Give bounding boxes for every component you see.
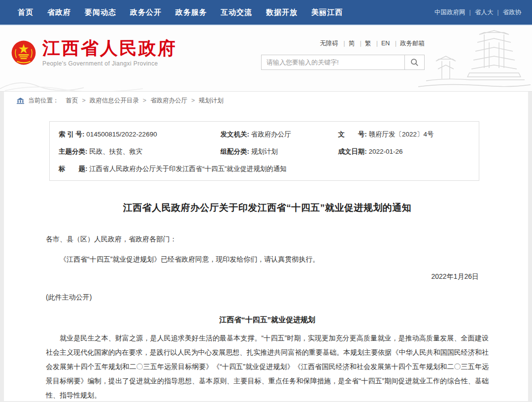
pavilion-watermark: [416, 26, 532, 91]
breadcrumb: 当前位置： 首页 政府信息公开目录 省政府办公厅 规划计划: [4, 92, 528, 110]
article-public-note: (此件主动公开): [46, 290, 489, 304]
breadcrumb-info-directory[interactable]: 政府信息公开目录: [78, 97, 139, 105]
doc-group-value: 规划计划: [251, 148, 278, 155]
search-box: [261, 55, 425, 70]
article: 江西省人民政府办公厅关于印发江西省“十四五”就业促进规划的通知 各市、县（区）人…: [4, 201, 528, 401]
link-simplified[interactable]: 简: [340, 40, 355, 47]
top-navigation: 首页 省政府 要闻动态 政务公开 政务服务 互动交流 数据开放 美丽江西 中国政…: [0, 0, 532, 26]
doc-title-value: 江西省人民政府办公厅关于印发江西省“十四五”就业促进规划的通知: [89, 165, 287, 172]
doc-index-number: 索 引 号: 014500815/2022-22690: [59, 130, 220, 139]
nav-item-home[interactable]: 首页: [18, 8, 33, 17]
home-building-icon: [17, 98, 24, 104]
doc-topic-category: 主题分类: 民政、扶贫、救灾: [59, 147, 220, 156]
breadcrumb-home[interactable]: 首页: [66, 97, 78, 105]
nav-link[interactable]: 省政府: [47, 8, 71, 16]
site-header: 江西省人民政府 People's Government of Jiangxi P…: [0, 26, 532, 92]
link-accessibility[interactable]: 无障碍: [320, 40, 338, 47]
breadcrumb-label: 当前位置：: [28, 97, 59, 105]
utility-links: 无障碍 简 繁 EN 政务邮箱: [261, 39, 425, 48]
nav-item-gov-affairs-open[interactable]: 政务公开: [130, 8, 162, 17]
doc-number-label: 文 号:: [338, 131, 367, 138]
hills-watermark: [0, 69, 148, 91]
doc-index-label: 索 引 号:: [59, 131, 85, 138]
article-paragraph-1: 《江西省“十四五”就业促进规划》已经省政府同意，现印发给你们，请认真贯彻执行。: [46, 252, 489, 267]
search-icon: [410, 58, 419, 67]
doc-issuing-agency: 发文机关: 省政府办公厅: [220, 130, 338, 139]
doc-number-value: 赣府厅发〔2022〕4号: [368, 131, 433, 138]
article-title: 江西省人民政府办公厅关于印发江西省“十四五”就业促进规划的通知: [46, 201, 489, 214]
nav-link[interactable]: 首页: [18, 8, 33, 16]
site-name: 江西省人民政府: [42, 38, 177, 58]
nav-item-interaction[interactable]: 互动交流: [221, 8, 252, 17]
nav-link[interactable]: 互动交流: [221, 8, 252, 16]
article-salutation: 各市、县（区）人民政府，省政府各部门：: [46, 232, 489, 246]
doc-group-category: 组配分类: 规划计划: [220, 147, 338, 156]
nav-item-gov-services[interactable]: 政务服务: [175, 8, 207, 17]
nav-link[interactable]: 数据开放: [266, 8, 298, 16]
content-area: 当前位置： 首页 政府信息公开目录 省政府办公厅 规划计划 索 引 号: 014…: [4, 92, 528, 401]
doc-agency-label: 发文机关:: [220, 131, 249, 138]
nav-link[interactable]: 要闻动态: [85, 8, 116, 16]
article-date: 2022年1月26日: [46, 269, 489, 284]
search-button[interactable]: [404, 55, 424, 69]
nav-link[interactable]: 政务公开: [130, 8, 162, 16]
link-gov-mail[interactable]: 政务邮箱: [392, 40, 425, 47]
link-china-gov[interactable]: 中国政府网: [434, 8, 466, 17]
nav-item-open-data[interactable]: 数据开放: [266, 8, 298, 17]
site-name-english: People's Government of Jiangxi Province: [42, 60, 177, 67]
page: 首页 省政府 要闻动态 政务公开 政务服务 互动交流 数据开放 美丽江西 中国政…: [0, 0, 532, 402]
nav-item-beautiful-jiangxi[interactable]: 美丽江西: [311, 8, 343, 17]
doc-topic-value: 民政、扶贫、救灾: [89, 148, 142, 155]
doc-number: 文 号: 赣府厅发〔2022〕4号: [338, 130, 479, 139]
link-provincial-npc[interactable]: 省人大: [466, 8, 494, 17]
doc-agency-value: 省政府办公厅: [251, 131, 291, 138]
doc-date-value: 2022-01-26: [368, 148, 402, 155]
doc-group-label: 组配分类:: [220, 148, 249, 155]
breadcrumb-planning[interactable]: 规划计划: [187, 97, 223, 105]
link-provincial-cppcc[interactable]: 省政协: [493, 8, 521, 17]
nav-link[interactable]: 美丽江西: [311, 8, 343, 16]
link-english[interactable]: EN: [373, 40, 390, 47]
doc-date: 成文日期: 2022-01-26: [338, 147, 479, 156]
breadcrumb-general-office[interactable]: 省政府办公厅: [139, 97, 187, 105]
nav-item-news[interactable]: 要闻动态: [85, 8, 116, 17]
national-emblem-icon: [11, 40, 36, 66]
doc-topic-label: 主题分类:: [59, 148, 88, 155]
plan-subtitle: 江西省“十四五”就业促进规划: [46, 315, 489, 325]
nav-item-provincial-gov[interactable]: 省政府: [47, 8, 71, 17]
link-traditional[interactable]: 繁: [356, 40, 371, 47]
plan-body-paragraph: 就业是民生之本、财富之源，是人民追求美好生活的最基本支撑。“十四五”时期，实现更…: [46, 331, 489, 401]
document-info-table: 索 引 号: 014500815/2022-22690 发文机关: 省政府办公厅…: [49, 121, 479, 181]
search-input[interactable]: [262, 55, 404, 69]
nav-link[interactable]: 政务服务: [175, 8, 207, 16]
gov-sites-links: 中国政府网 省人大 省政协: [434, 8, 521, 17]
doc-title-label: 标 题:: [59, 165, 88, 172]
site-logo[interactable]: 江西省人民政府 People's Government of Jiangxi P…: [11, 38, 177, 67]
doc-title-row: 标 题: 江西省人民政府办公厅关于印发江西省“十四五”就业促进规划的通知: [59, 165, 479, 173]
doc-date-label: 成文日期:: [338, 148, 367, 155]
doc-index-value: 014500815/2022-22690: [86, 131, 157, 138]
